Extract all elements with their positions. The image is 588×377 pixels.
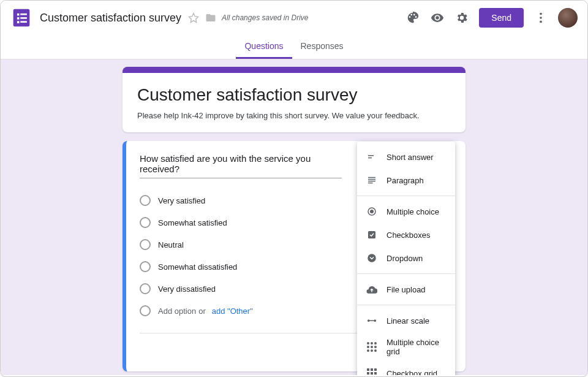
add-other-link[interactable]: add "Other" [212, 307, 253, 316]
option-label[interactable]: Very dissatisfied [158, 284, 216, 294]
radio-icon [140, 261, 151, 272]
svg-point-11 [370, 210, 374, 213]
radio-icon [140, 283, 151, 294]
menu-separator [357, 196, 455, 196]
account-avatar[interactable] [558, 8, 578, 28]
svg-rect-2 [20, 13, 27, 15]
menu-label: Multiple choice [386, 207, 439, 216]
move-to-folder-icon[interactable] [205, 12, 217, 24]
radio-button-icon [366, 205, 378, 218]
document-title[interactable]: Customer satisfaction survey [40, 12, 181, 25]
star-icon[interactable] [187, 12, 200, 24]
short-answer-icon [366, 151, 378, 163]
or-text: or [198, 307, 206, 316]
settings-icon[interactable] [450, 6, 474, 30]
menu-separator [357, 305, 455, 305]
menu-item-checkbox-grid[interactable]: Checkbox grid [357, 362, 455, 375]
send-button[interactable]: Send [479, 8, 524, 28]
radio-icon [140, 305, 151, 316]
add-option-label[interactable]: Add option [158, 307, 196, 316]
form-title-card[interactable]: Customer satisfaction survey Please help… [123, 67, 466, 132]
radio-icon [140, 195, 151, 206]
app-header: Customer satisfaction survey All changes… [1, 1, 587, 35]
svg-rect-12 [368, 231, 375, 238]
menu-separator [357, 273, 455, 274]
form-title[interactable]: Customer satisfaction survey [137, 85, 451, 105]
svg-point-16 [374, 319, 376, 322]
svg-point-13 [368, 254, 376, 262]
option-label[interactable]: Somewhat satisfied [158, 218, 227, 227]
svg-rect-6 [20, 21, 27, 23]
more-icon[interactable] [529, 6, 553, 30]
radio-icon [140, 217, 151, 228]
preview-icon[interactable] [425, 6, 450, 30]
form-description[interactable]: Please help Ink-42 improve by taking thi… [137, 111, 451, 120]
save-status: All changes saved in Drive [222, 13, 308, 22]
checkbox-icon [366, 229, 378, 241]
menu-label: Short answer [386, 153, 434, 162]
question-type-menu: Short answer Paragraph Multiple choice C [357, 142, 455, 375]
paragraph-icon [366, 174, 378, 186]
menu-item-checkboxes[interactable]: Checkboxes [357, 223, 455, 246]
option-label[interactable]: Somewhat dissatisfied [158, 262, 237, 272]
option-label[interactable]: Very satisfied [158, 196, 205, 205]
menu-item-paragraph[interactable]: Paragraph [357, 169, 455, 192]
option-label[interactable]: Neutral [158, 240, 184, 249]
grid-circles-icon [366, 341, 378, 353]
grid-squares-icon [366, 367, 378, 375]
forms-app-icon[interactable] [10, 7, 32, 29]
menu-label: Linear scale [386, 316, 429, 326]
svg-point-9 [540, 21, 542, 23]
tab-questions[interactable]: Questions [236, 35, 292, 59]
menu-label: Dropdown [386, 254, 423, 263]
menu-item-multiple-choice[interactable]: Multiple choice [357, 200, 455, 223]
menu-label: Multiple choice grid [386, 338, 447, 356]
cloud-upload-icon [366, 283, 378, 295]
svg-point-15 [368, 319, 370, 322]
svg-point-7 [540, 13, 542, 15]
menu-label: File upload [386, 285, 426, 294]
menu-label: Checkboxes [386, 230, 431, 240]
svg-rect-5 [17, 21, 20, 23]
radio-icon [140, 239, 151, 250]
menu-item-multiple-choice-grid[interactable]: Multiple choice grid [357, 332, 455, 362]
menu-item-short-answer[interactable]: Short answer [357, 145, 455, 169]
menu-label: Paragraph [386, 176, 424, 185]
linear-scale-icon [366, 314, 378, 327]
menu-item-dropdown[interactable]: Dropdown [357, 246, 455, 270]
dropdown-icon [366, 252, 378, 264]
customize-theme-icon[interactable] [401, 6, 425, 30]
menu-label: Checkbox grid [386, 369, 437, 376]
form-canvas: Customer satisfaction survey Please help… [1, 59, 587, 375]
svg-rect-4 [20, 17, 27, 19]
menu-item-file-upload[interactable]: File upload [357, 278, 455, 301]
tab-bar: Questions Responses [1, 35, 587, 59]
svg-rect-1 [17, 13, 20, 16]
question-text-input[interactable]: How satisfied are you with the service y… [140, 153, 342, 178]
svg-point-8 [540, 17, 542, 19]
svg-rect-3 [17, 17, 20, 20]
menu-item-linear-scale[interactable]: Linear scale [357, 309, 455, 332]
tab-responses[interactable]: Responses [292, 35, 352, 59]
